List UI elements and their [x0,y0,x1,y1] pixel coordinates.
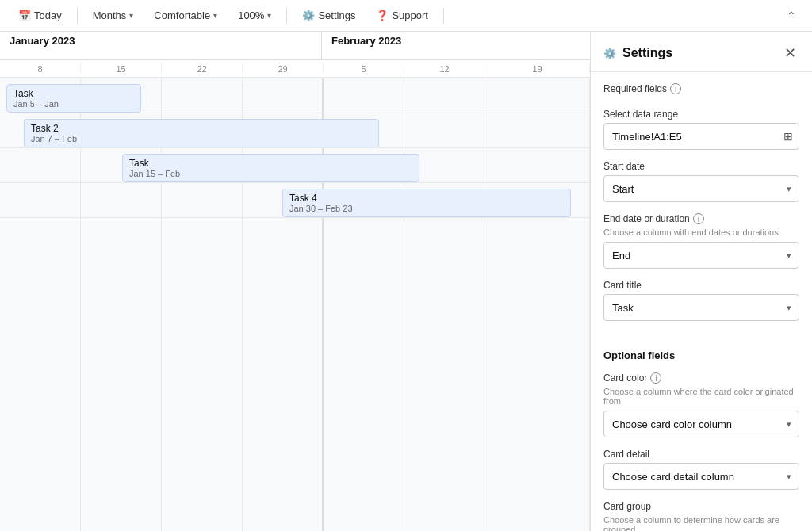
card-detail-label: Card detail [603,449,799,460]
february-header: February 2023 [322,32,590,59]
comfortable-chevron: ▾ [213,11,217,20]
months-button[interactable]: Months ▾ [84,6,143,25]
end-date-info-icon: i [693,213,704,224]
optional-fields-heading: Optional fields [603,350,799,361]
week-29: 29 [243,64,324,74]
card-group-label: Card group [603,501,799,512]
week-22: 22 [162,64,243,74]
task-1-name: Task [13,88,134,99]
start-date-label: Start date [603,161,799,172]
week-8: 8 [0,64,81,74]
optional-fields-heading-wrapper: Optional fields [603,350,799,361]
support-button[interactable]: ❓ Support [367,6,437,25]
toolbar-divider-1 [77,8,78,24]
january-label: January 2023 [0,32,321,47]
required-fields-heading: Required fields i [603,83,799,94]
start-date-select[interactable]: Start [603,175,799,202]
task-card-4[interactable]: Task 4 Jan 30 – Feb 23 [282,189,571,217]
card-title-select[interactable]: Task [603,294,799,321]
today-button[interactable]: 📅 Today [10,6,71,25]
close-settings-button[interactable]: ✕ [781,44,799,62]
card-detail-select-container: Choose card detail column ▾ [603,463,799,490]
toolbar-divider-2 [286,8,287,24]
comfortable-label: Comfortable [154,10,210,21]
months-chevron: ▾ [129,11,133,20]
card-color-label: Card color i [603,372,799,384]
week-5: 5 [324,64,404,74]
main-layout: January 2023 February 2023 8 15 22 29 5 … [0,32,812,531]
card-color-field: Card color i Choose a column where the c… [603,372,799,437]
toolbar-divider-3 [443,8,444,24]
card-title-field: Card title Task ▾ [603,280,799,321]
support-label: Support [392,10,428,21]
settings-header: ⚙️ Settings ✕ [591,32,812,72]
card-color-info-icon: i [650,372,661,384]
calendar-grid: Task Jan 5 – Jan Task 2 Jan 7 – Feb Task… [0,78,590,531]
today-label: Today [34,10,62,21]
start-date-select-container: Start ▾ [603,175,799,202]
end-date-field: End date or duration i Choose a column w… [603,213,799,269]
data-range-wrapper: Timeline!A1:E5 ⊞ [603,123,799,150]
week-19: 19 [485,64,590,74]
task-card-2[interactable]: Task 2 Jan 7 – Feb [24,119,379,147]
zoom-button[interactable]: 100% ▾ [229,6,280,25]
task-2-name: Task 2 [31,123,372,134]
zoom-label: 100% [238,10,264,21]
grid-icon: ⊞ [783,130,793,143]
settings-title: Settings [622,46,672,60]
zoom-chevron: ▾ [267,11,271,20]
collapse-button[interactable]: ⌃ [780,6,802,25]
settings-body: Required fields i Select data range Time… [591,72,812,531]
task-3-date: Jan 15 – Feb [129,169,412,178]
card-detail-field: Card detail Choose card detail column ▾ [603,449,799,490]
end-date-label: End date or duration i [603,213,799,224]
card-color-sublabel: Choose a column where the card color ori… [603,387,799,406]
comfortable-button[interactable]: Comfortable ▾ [145,6,226,25]
card-detail-select[interactable]: Choose card detail column [603,463,799,490]
data-range-label: Select data range [603,109,799,120]
task-4-date: Jan 30 – Feb 23 [289,204,564,213]
card-group-field: Card group Choose a column to determine … [603,501,799,531]
settings-icon: ⚙️ [302,10,315,21]
month-headers: January 2023 February 2023 [0,32,590,60]
task-1-date: Jan 5 – Jan [13,99,134,109]
required-info-icon: i [670,83,681,94]
settings-label: Settings [318,10,355,21]
week-12: 12 [404,64,485,74]
end-date-select-container: End ▾ [603,242,799,269]
end-date-sublabel: Choose a column with end dates or durati… [603,227,799,237]
calendar-icon: 📅 [18,10,31,21]
required-section-label: Required fields [603,83,667,94]
support-icon: ❓ [376,10,389,21]
task-3-name: Task [129,158,412,169]
card-group-sublabel: Choose a column to determine how cards a… [603,515,799,531]
card-title-select-container: Task ▾ [603,294,799,321]
end-date-select[interactable]: End [603,242,799,269]
card-color-select[interactable]: Choose card color column [603,411,799,437]
data-range-value: Timeline!A1:E5 [612,131,682,143]
data-range-field: Select data range Timeline!A1:E5 ⊞ [603,109,799,150]
january-header: January 2023 [0,32,322,59]
task-card-3[interactable]: Task Jan 15 – Feb [122,154,419,182]
task-card-1[interactable]: Task Jan 5 – Jan [6,84,141,113]
card-color-select-container: Choose card color column ▾ [603,411,799,437]
settings-button[interactable]: ⚙️ Settings [293,6,364,25]
toolbar: 📅 Today Months ▾ Comfortable ▾ 100% ▾ ⚙️… [0,0,812,32]
february-label: February 2023 [322,32,590,47]
required-fields-section: Required fields i [603,83,799,97]
settings-panel: ⚙️ Settings ✕ Required fields i Select d… [590,32,812,531]
settings-gear-icon: ⚙️ [603,48,616,59]
week-numbers-row: 8 15 22 29 5 12 19 [0,60,590,78]
months-label: Months [93,10,127,21]
settings-title-row: ⚙️ Settings [603,46,672,60]
task-4-name: Task 4 [289,193,564,204]
start-date-field: Start date Start ▾ [603,161,799,202]
task-2-date: Jan 7 – Feb [31,134,372,143]
data-range-input[interactable]: Timeline!A1:E5 [603,123,799,150]
week-15: 15 [81,64,162,74]
calendar-area: January 2023 February 2023 8 15 22 29 5 … [0,32,590,531]
card-title-label: Card title [603,280,799,291]
